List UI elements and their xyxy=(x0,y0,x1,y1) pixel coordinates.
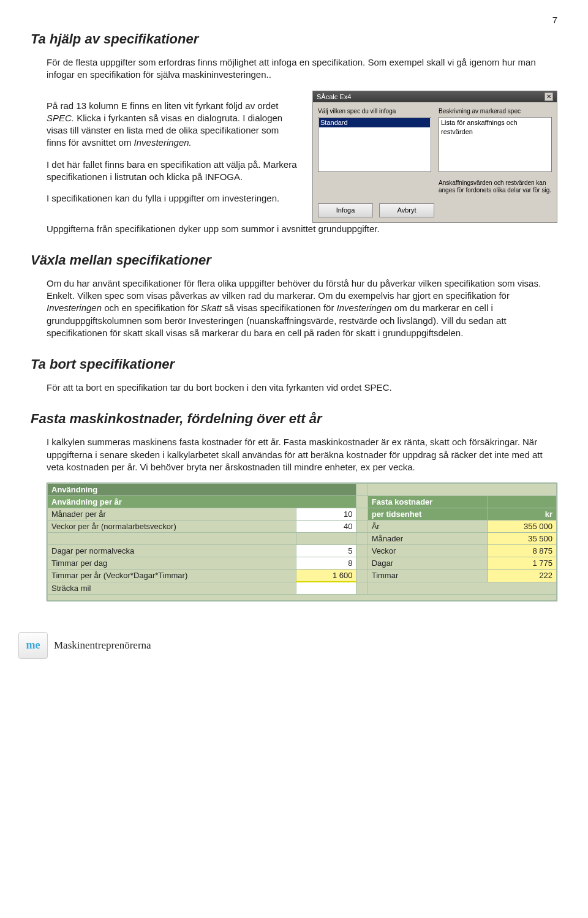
dialog-hint: Anskaffningsvärden och restvärden kan an… xyxy=(439,179,552,195)
table-label: Veckor xyxy=(368,545,488,557)
table-empty xyxy=(368,582,556,594)
table-spacer xyxy=(356,570,368,582)
heading-ta-hjalp: Ta hjälp av specifikationer xyxy=(31,31,557,47)
close-icon[interactable]: ✕ xyxy=(545,92,553,101)
s1-p2-pre: På rad 13 kolumn E finns en liten vit fy… xyxy=(47,100,279,111)
hdr-right2: per tidsenhet xyxy=(368,508,488,521)
s1-para2: På rad 13 kolumn E finns en liten vit fy… xyxy=(47,100,300,149)
table-empty xyxy=(488,496,556,508)
table-spacer xyxy=(356,557,368,570)
table-spacer xyxy=(356,582,368,594)
hdr-right1: Fasta kostnader xyxy=(368,496,488,508)
page-footer: me Maskinentreprenörerna xyxy=(18,632,557,659)
table-label: Timmar xyxy=(368,570,488,582)
table-value: 1 775 xyxy=(488,557,556,570)
s2-c: så visas specifikationen för xyxy=(222,303,337,313)
s1-para4a: I specifikationen kan du fylla i uppgift… xyxy=(47,192,300,205)
table-label: Dagar per normalvecka xyxy=(48,545,296,557)
list-item[interactable]: Standard xyxy=(319,118,430,127)
usage-cost-table: Användning Användning per år Fasta kostn… xyxy=(47,483,557,601)
me-logo-icon: me xyxy=(18,632,48,659)
s1-p2-em2: Investeringen. xyxy=(134,137,192,148)
table-label: Dagar xyxy=(368,557,488,570)
s1-para3: I det här fallet finns bara en specifika… xyxy=(47,159,300,184)
dialog-right-label: Beskrivning av markerad spec xyxy=(439,107,552,116)
s4-para1: I kalkylen summeras maskinens fasta kost… xyxy=(47,436,557,473)
table-value: 8 xyxy=(296,557,356,570)
heading-fasta: Fasta maskinkostnader, fördelning över e… xyxy=(31,411,557,427)
footer-org: Maskinentreprenörerna xyxy=(54,639,151,652)
table-label: Sträcka mil xyxy=(48,582,296,594)
table-spacer xyxy=(356,533,368,545)
table-value: 40 xyxy=(296,521,356,533)
dialog-titlebar: SÅcalc Ex4 ✕ xyxy=(313,91,557,103)
s1-p2-em: SPEC. xyxy=(47,113,74,123)
s3-para1: För att ta bort en specifikation tar du … xyxy=(47,382,557,394)
dialog-left-label: Välj vilken spec du vill infoga xyxy=(318,107,431,116)
s1-para1: För de flesta uppgifter som erfordras fi… xyxy=(47,56,557,81)
spec-list-left[interactable]: Standard xyxy=(318,117,431,172)
table-value: 10 xyxy=(296,508,356,521)
cancel-button[interactable]: Avbryt xyxy=(379,203,434,217)
s1-para4b: Uppgifterna från specifikationen dyker u… xyxy=(47,223,557,235)
s2-a: Om du har använt specifikationer för fle… xyxy=(47,278,541,301)
table-value: 222 xyxy=(488,570,556,582)
s2-em2: Skatt xyxy=(201,303,222,313)
spec-list-right[interactable]: Lista för anskaffnings och restvärden xyxy=(439,117,552,172)
insert-button[interactable]: Infoga xyxy=(318,203,373,217)
table-label: Timmar per dag xyxy=(48,557,296,570)
table-value: 1 600 xyxy=(296,570,356,582)
table-label: Timmar per år (Veckor*Dagar*Timmar) xyxy=(48,570,296,582)
list-item: Lista för anskaffnings och restvärden xyxy=(440,118,551,137)
logo-text: me xyxy=(26,639,40,652)
s2-em3: Investeringen xyxy=(337,303,392,313)
table-spacer xyxy=(356,508,368,521)
table-empty xyxy=(368,484,556,496)
table-value: 355 000 xyxy=(488,521,556,533)
heading-ta-bort: Ta bort specifikationer xyxy=(31,356,557,372)
table-empty xyxy=(48,533,296,545)
table-spacer xyxy=(356,484,368,496)
table-label: Veckor per år (normalarbetsveckor) xyxy=(48,521,296,533)
s2-para1: Om du har använt specifikationer för fle… xyxy=(47,277,557,339)
table-label: År xyxy=(368,521,488,533)
table-value: 8 875 xyxy=(488,545,556,557)
page-number: 7 xyxy=(31,15,557,25)
table-spacer xyxy=(356,521,368,533)
table-value xyxy=(296,582,356,594)
hdr-usage: Användning xyxy=(48,484,356,496)
table-value: 5 xyxy=(296,545,356,557)
dialog-title: SÅcalc Ex4 xyxy=(317,92,351,102)
table-empty xyxy=(48,594,557,600)
s2-b: och en specifikation för xyxy=(102,303,201,313)
table-spacer xyxy=(356,496,368,508)
heading-vaxla: Växla mellan specifikationer xyxy=(31,252,557,268)
table-value: 35 500 xyxy=(488,533,556,545)
hdr-usage-year: Användning per år xyxy=(48,496,356,508)
hdr-right-unit: kr xyxy=(488,508,556,521)
table-empty xyxy=(296,533,356,545)
table-label: Månader per år xyxy=(48,508,296,521)
s2-em1: Investeringen xyxy=(47,303,102,313)
table-label: Månader xyxy=(368,533,488,545)
spec-dialog: SÅcalc Ex4 ✕ Välj vilken spec du vill in… xyxy=(312,91,557,223)
table-spacer xyxy=(356,545,368,557)
